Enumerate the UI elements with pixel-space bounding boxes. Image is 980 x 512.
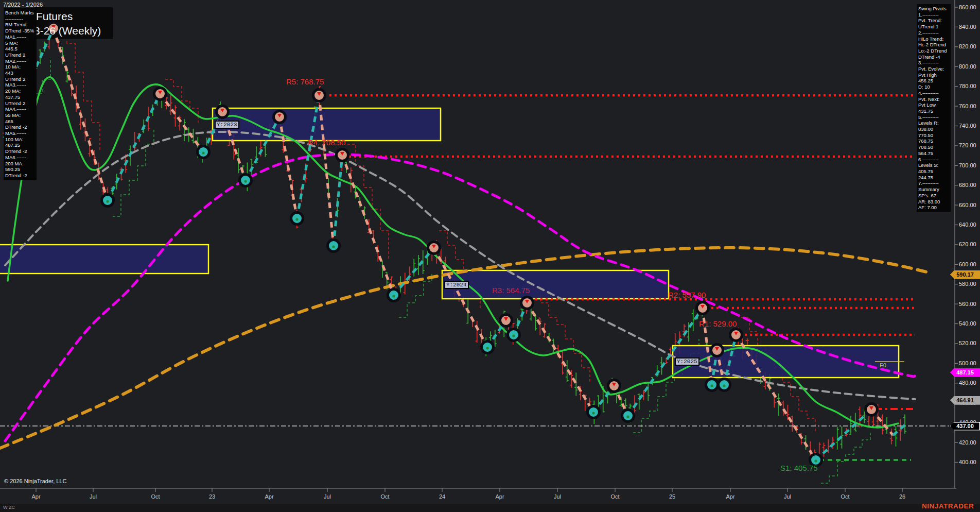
time-axis-label: Oct [610,493,619,500]
price-axis-label: 860.00 [959,4,980,10]
pivot-dot-icon [202,151,204,154]
stop-line-short [59,22,100,151]
swing-panel-line: 838.00 [918,126,949,132]
price-axis-label: 540.00 [959,320,980,327]
year-range-box [0,245,208,274]
zigzag-up-segment [334,155,342,246]
copyright-label: © 2026 NinjaTrader, LLC [4,478,66,484]
pivot-dot-icon [710,384,713,387]
price-tag-437.00: 437.00 [950,422,980,431]
pivot-dot-icon [295,218,298,220]
price-axis-label: 480.00 [959,380,980,386]
benchmarks-panel-line: 5 MA: [5,40,35,46]
swing-panel-line: AR: 83.00 [918,199,949,205]
time-axis-label: Apr [31,493,40,500]
price-axis-label: 600.00 [959,261,980,267]
pivot-dot-icon [106,200,109,202]
pivot-dot-icon [244,180,247,182]
swing-panel-line: Pvt Low [918,102,949,108]
swing-panel-line: UTrend 1 [918,24,949,30]
benchmarks-panel-line: 487.25 [5,142,35,148]
price-axis-label: 800.00 [959,63,980,70]
swing-panel-line: 564.75 [918,150,949,157]
pivot-dot-icon [486,347,488,349]
swing-pivots-panel: Swing Pivots1.----------Pvt. Trend:UTren… [917,4,951,212]
benchmarks-panel-line: MA5.------ [5,130,35,136]
time-axis-label: Oct [841,493,849,500]
swing-panel-line: Hi:-2 DTrend [918,42,949,48]
time-axis-label: Jul [90,493,97,500]
benchmarks-panel-line: MA1.------ [5,34,35,40]
ninjatrader-logo: NINJATRADER [922,502,974,510]
swing-panel-line: 4.---------- [918,90,949,96]
zigzag-up-segment [394,248,434,295]
chart-label-r3: R3: 564.75 [492,286,530,295]
benchmarks-panel-line: UTrend 2 [5,52,35,58]
ninjatrader-chart-window: 7/2022 - 1/2026 Futures 3-26 (Weekly) Be… [0,0,980,512]
benchmarks-panel-line: ----------- [5,16,35,22]
price-axis-label: 640.00 [959,221,980,228]
time-axis-label: 23 [209,493,215,500]
swing-panel-line: Lo:-2 DTrend [918,48,949,54]
price-axis-label: 620.00 [959,241,980,247]
price-axis-label: 760.00 [959,103,980,109]
benchmarks-panel-line: UTrend 2 [5,76,35,82]
pivot-dot-icon [332,245,335,248]
chart-label-r2: R2: 557.90 [668,291,706,299]
time-axis-label: 25 [669,493,675,500]
swing-panel-line: SP's: 67 [918,193,949,199]
chart-title: Futures 3-26 (Weekly) [34,7,113,39]
price-axis-label: 520.00 [959,340,980,346]
zigzag-down-segment [527,303,593,412]
year-box-label: Y:2023 [215,121,239,129]
chart-title-line2: 3-26 (Weekly) [34,25,101,37]
price-axis-label: 500.00 [959,360,980,366]
benchmarks-panel-line: UTrend 2 [5,100,35,107]
swing-panel-line: Swing Pivots [918,6,949,12]
swing-panel-line: Pvt. Evolve: [918,66,949,72]
swing-panel-line: 3.---------- [918,60,949,66]
chart-label-r5: R5: 768.75 [286,77,324,86]
price-axis-label: 700.00 [959,162,980,168]
swing-panel-line: AF: 7.00 [918,204,949,211]
benchmarks-panel-line: MA4.------ [5,106,35,112]
benchmarks-panel-line: 445.5 [5,46,35,52]
benchmarks-panel-line: 200 MA: [5,161,35,167]
swing-panel-line: 770.50 [918,132,949,139]
price-axis-label: 660.00 [959,202,980,208]
price-axis-label: 400.00 [959,459,980,465]
price-tag-464.91: 464.91 [950,396,980,405]
year-box-label: Y:2024 [444,281,469,289]
swing-panel-line: 1.---------- [918,12,949,18]
benchmarks-panel-line: 443 [5,70,35,76]
benchmarks-panel-line: DTrend -2 [5,173,35,179]
time-axis-label: 26 [899,493,905,500]
year-box-label: Y:2025 [675,357,699,366]
price-tag-487.15: 487.15 [950,368,980,377]
stop-line-short [165,79,198,123]
stop-line-long [113,130,154,216]
benchmarks-panel-line: 465 [5,118,35,125]
swing-panel-line: Pvt. Trend: [918,18,949,24]
benchmarks-panel-line: DTrend -35% [5,28,35,34]
time-axis-label: 24 [439,493,445,500]
benchmarks-panel-line: Bench Marks [5,10,35,16]
pivot-dot-icon [512,334,515,337]
pivot-dot-icon [723,384,725,387]
swing-panel-line: 431.75 [918,108,949,114]
chart-area[interactable] [0,0,980,512]
benchmarks-panel-line: MA3.------ [5,82,35,88]
swing-panel-line: 708.50 [918,144,949,150]
swing-panel-line: 2.---------- [918,30,949,36]
swing-panel-line: 768.75 [918,138,949,144]
benchmarks-panel-line: BM Trend: [5,22,35,28]
date-range-label: 7/2022 - 1/2026 [3,2,43,8]
benchmarks-panel-line: 590.25 [5,166,35,173]
pivot-dot-icon [592,412,594,414]
price-tag-590.17: 590.17 [950,270,980,279]
bottom-status-strip [0,504,980,512]
time-axis-label: Oct [380,493,389,500]
benchmarks-panel: Bench Marks-----------BM Trend:DTrend -3… [4,8,37,180]
price-axis-label: 840.00 [959,24,980,30]
price-axis-label: 780.00 [959,83,980,89]
